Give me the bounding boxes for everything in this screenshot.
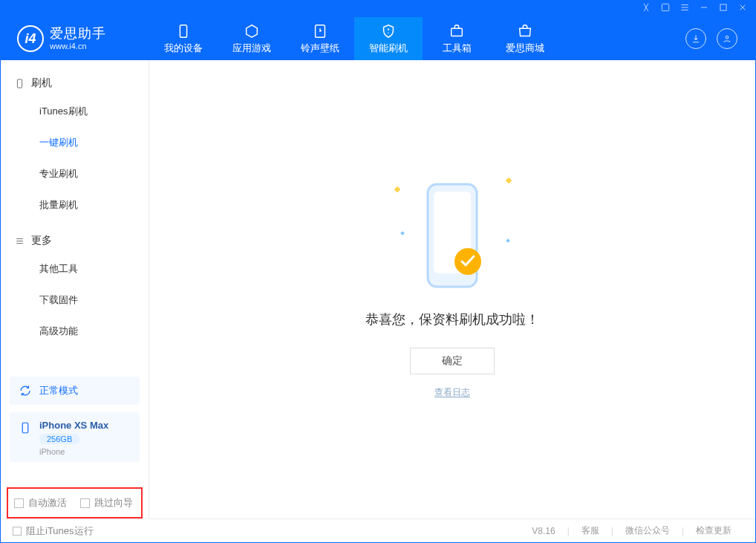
app-site: www.i4.cn bbox=[50, 42, 106, 51]
footer-link-update[interactable]: 检查更新 bbox=[684, 524, 743, 537]
download-button[interactable] bbox=[685, 28, 706, 49]
success-title: 恭喜您，保资料刷机成功啦！ bbox=[365, 310, 539, 328]
nav-apps-games[interactable]: 应用游戏 bbox=[218, 17, 286, 60]
sidebar-section-flash: 刷机 bbox=[1, 71, 149, 96]
device-kind: iPhone bbox=[39, 447, 108, 456]
svg-rect-7 bbox=[22, 423, 28, 433]
checkbox-skip-guide[interactable]: 跳过向导 bbox=[80, 496, 133, 510]
checkbox-box bbox=[14, 498, 24, 508]
svg-rect-6 bbox=[17, 79, 22, 87]
device-panel: 正常模式 iPhone XS Max 256GB iPhone bbox=[1, 369, 149, 478]
theme-icon[interactable] bbox=[641, 2, 651, 16]
sidebar: 刷机 iTunes刷机 一键刷机 专业刷机 批量刷机 更多 其他工具 下载固件 … bbox=[1, 60, 149, 518]
checkbox-block-itunes[interactable]: 阻止iTunes运行 bbox=[13, 524, 94, 538]
nav-label: 智能刷机 bbox=[369, 42, 408, 55]
app-logo: i4 爱思助手 www.i4.cn bbox=[1, 17, 149, 60]
nav-smart-flash[interactable]: 智能刷机 bbox=[354, 17, 423, 60]
svg-point-5 bbox=[726, 36, 729, 39]
checkbox-box bbox=[80, 498, 90, 508]
sidebar-item-other-tools[interactable]: 其他工具 bbox=[1, 253, 149, 284]
footer: 阻止iTunes运行 V8.16 | 客服 | 微信公众号 | 检查更新 bbox=[1, 518, 755, 542]
close-icon[interactable] bbox=[737, 2, 748, 16]
device-mode-label: 正常模式 bbox=[39, 384, 78, 397]
svg-rect-1 bbox=[720, 4, 726, 10]
refresh-icon bbox=[19, 384, 32, 397]
device-mode-card[interactable]: 正常模式 bbox=[10, 377, 140, 405]
nav-toolbox[interactable]: 工具箱 bbox=[423, 17, 491, 60]
device-info-card[interactable]: iPhone XS Max 256GB iPhone bbox=[10, 412, 140, 462]
sidebar-item-download-firmware[interactable]: 下载固件 bbox=[1, 284, 149, 316]
checkbox-auto-activate[interactable]: 自动激活 bbox=[14, 496, 67, 510]
checkbox-label: 自动激活 bbox=[28, 496, 67, 510]
phone-icon bbox=[19, 421, 32, 435]
checkbox-box bbox=[13, 527, 22, 536]
nav-ringtones[interactable]: 铃声壁纸 bbox=[286, 17, 354, 60]
nav-label: 工具箱 bbox=[443, 42, 472, 55]
svg-rect-0 bbox=[662, 4, 668, 10]
list-icon bbox=[14, 235, 25, 247]
sidebar-item-advanced[interactable]: 高级功能 bbox=[1, 316, 149, 347]
menu-icon[interactable] bbox=[680, 2, 690, 16]
header: i4 爱思助手 www.i4.cn 我的设备 应用游戏 铃声壁纸 智能刷机 工具… bbox=[1, 17, 755, 60]
nav-label: 爱思商城 bbox=[506, 42, 544, 55]
logo-icon: i4 bbox=[17, 25, 44, 52]
options-highlight-box: 自动激活 跳过向导 bbox=[7, 487, 143, 518]
sidebar-item-batch-flash[interactable]: 批量刷机 bbox=[1, 189, 149, 221]
device-model: iPhone XS Max bbox=[39, 420, 108, 431]
sidebar-item-pro-flash[interactable]: 专业刷机 bbox=[1, 158, 149, 189]
nav-my-device[interactable]: 我的设备 bbox=[149, 17, 218, 60]
phone-icon bbox=[14, 78, 25, 89]
sidebar-section-more: 更多 bbox=[1, 228, 149, 253]
device-capacity: 256GB bbox=[39, 434, 79, 444]
svg-rect-2 bbox=[180, 25, 186, 37]
maximize-icon[interactable] bbox=[718, 2, 729, 16]
footer-link-wechat[interactable]: 微信公众号 bbox=[613, 524, 682, 537]
sidebar-item-oneclick-flash[interactable]: 一键刷机 bbox=[1, 127, 149, 158]
top-nav: 我的设备 应用游戏 铃声壁纸 智能刷机 工具箱 爱思商城 bbox=[149, 17, 685, 60]
view-log-link[interactable]: 查看日志 bbox=[365, 386, 539, 399]
sidebar-item-itunes-flash[interactable]: iTunes刷机 bbox=[1, 96, 149, 127]
svg-rect-4 bbox=[452, 28, 463, 36]
footer-link-support[interactable]: 客服 bbox=[570, 524, 611, 537]
nav-label: 我的设备 bbox=[164, 42, 203, 55]
flash-result: 恭喜您，保资料刷机成功啦！ 确定 查看日志 bbox=[365, 180, 539, 399]
nav-label: 应用游戏 bbox=[232, 42, 271, 55]
window-titlebar bbox=[1, 1, 755, 17]
checkbox-label: 跳过向导 bbox=[94, 496, 133, 510]
version-label: V8.16 bbox=[520, 526, 567, 536]
nav-label: 铃声壁纸 bbox=[301, 42, 339, 55]
user-button[interactable] bbox=[717, 28, 737, 49]
app-name: 爱思助手 bbox=[50, 27, 106, 42]
success-illustration bbox=[419, 180, 486, 291]
header-right bbox=[685, 17, 755, 60]
checkbox-label: 阻止iTunes运行 bbox=[26, 524, 94, 538]
minimize-icon[interactable] bbox=[699, 2, 709, 16]
settings-icon[interactable] bbox=[660, 2, 671, 16]
main-content: 恭喜您，保资料刷机成功啦！ 确定 查看日志 bbox=[149, 60, 755, 518]
confirm-button[interactable]: 确定 bbox=[410, 348, 495, 374]
nav-store[interactable]: 爱思商城 bbox=[491, 17, 559, 60]
